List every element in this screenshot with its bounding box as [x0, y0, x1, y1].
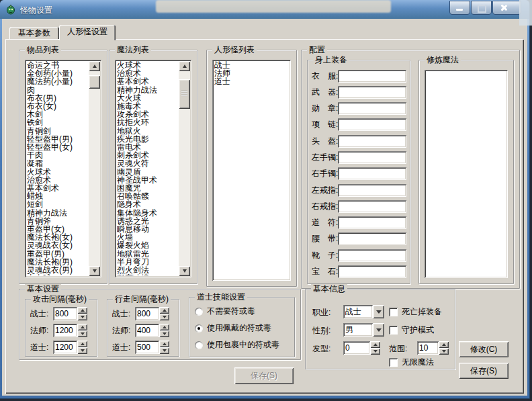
spin-down-icon[interactable] [77, 347, 87, 354]
spinner [159, 341, 169, 354]
spin-down-icon[interactable] [439, 348, 449, 355]
spinner [159, 307, 169, 320]
equipment-input[interactable] [338, 200, 406, 213]
hair-input[interactable] [343, 341, 370, 355]
list-item[interactable]: 灵魂战衣(女) [27, 241, 87, 249]
scroll-up-icon[interactable] [179, 61, 190, 71]
radio-label: 使用包裹中的符或毒 [207, 339, 279, 351]
list-item[interactable]: 隐身术 [117, 200, 177, 208]
radio-icon[interactable] [195, 341, 203, 349]
scrollbar-thumb[interactable] [179, 79, 190, 109]
scroll-up-icon[interactable] [89, 61, 100, 71]
save-button[interactable]: 保存(S) [459, 363, 508, 379]
equipment-input[interactable] [338, 118, 406, 131]
drop-equip-checkbox-row[interactable]: 死亡掉装备 [389, 306, 442, 318]
list-item[interactable]: 凝霜 [27, 159, 87, 167]
spin-down-icon[interactable] [77, 330, 87, 337]
item-list-scrollbar[interactable] [89, 61, 100, 276]
radio-option[interactable]: 使用佩戴的符或毒 [195, 322, 279, 335]
spin-down-icon[interactable] [159, 314, 169, 320]
list-item[interactable]: 青铜剑 [27, 127, 87, 135]
modify-button[interactable]: 修改(C) [459, 341, 508, 357]
checkbox-icon[interactable] [389, 326, 398, 335]
equipment-input[interactable] [338, 151, 406, 164]
list-item[interactable]: 精神力战法 [117, 86, 177, 94]
unlimited-magic-checkbox-row[interactable]: 无限魔法 [389, 357, 434, 368]
list-item[interactable]: 道士 [214, 77, 289, 85]
interval-input[interactable] [53, 307, 77, 320]
close-button[interactable] [492, 1, 521, 15]
chevron-down-icon[interactable] [373, 323, 384, 337]
interval-input[interactable] [135, 324, 159, 337]
interval-input[interactable] [53, 341, 77, 354]
list-item[interactable]: 铁剑 [27, 118, 87, 126]
spin-up-icon[interactable] [159, 307, 169, 314]
radio-option[interactable]: 使用包裹中的符或毒 [195, 339, 279, 351]
scrollbar-thumb[interactable] [89, 75, 100, 89]
magic-list-scrollbar[interactable] [179, 61, 190, 276]
minimize-button[interactable] [449, 1, 470, 15]
spin-down-icon[interactable] [159, 330, 169, 337]
gender-value[interactable] [343, 323, 373, 337]
save-bottom-button[interactable]: 保存(S) [234, 367, 294, 384]
equipment-input[interactable] [338, 265, 406, 278]
list-item[interactable]: 魔法药(小量) [27, 77, 87, 85]
interval-input[interactable] [135, 341, 159, 354]
item-listbox[interactable]: 命运之书金创药(小量)魔法药(小量)肉布衣(男)布衣(女)木剑铁剑青铜剑轻型盔甲… [25, 60, 101, 277]
training-magic-listbox[interactable] [425, 70, 508, 278]
checkbox-icon[interactable] [389, 358, 398, 367]
window-title: 怪物设置 [20, 5, 52, 16]
list-item[interactable]: 火球术 [27, 168, 87, 176]
radio-icon[interactable] [195, 308, 203, 316]
spin-up-icon[interactable] [370, 341, 380, 348]
list-item[interactable]: 抗拒火环 [117, 118, 177, 126]
interval-input[interactable] [135, 307, 159, 320]
radio-icon[interactable] [195, 324, 203, 332]
list-item[interactable]: 灵魂火符 [117, 159, 177, 167]
spin-down-icon[interactable] [370, 348, 380, 355]
monster-settings-window: 怪物设置 基本参数 人形怪设置 物品列表 命运之书金创药(小量)魔法药(小量)肉… [0, 0, 529, 398]
equipment-input[interactable] [338, 102, 406, 115]
guard-mode-checkbox-row[interactable]: 守护模式 [389, 324, 434, 336]
equipment-input[interactable] [338, 167, 406, 180]
spin-up-icon[interactable] [159, 324, 169, 330]
spin-up-icon[interactable] [77, 324, 87, 330]
tab-humanoid-settings[interactable]: 人形怪设置 [59, 25, 116, 40]
interval-input[interactable] [53, 324, 77, 337]
humanoid-listbox[interactable]: 战士法师道士 [212, 60, 291, 281]
spin-up-icon[interactable] [159, 341, 169, 347]
list-item[interactable]: 肉 [27, 86, 87, 94]
attack-interval-rows: 战士: 法师: [30, 307, 94, 357]
job-value[interactable] [343, 305, 373, 318]
list-item[interactable]: 短剑 [27, 200, 87, 208]
scroll-down-icon[interactable] [89, 266, 100, 276]
equipment-input[interactable] [338, 86, 406, 99]
spin-up-icon[interactable] [77, 341, 87, 347]
spin-up-icon[interactable] [439, 341, 449, 348]
list-item[interactable]: 基本剑术 [117, 77, 177, 85]
equipment-input[interactable] [338, 232, 406, 245]
equipment-input[interactable] [338, 216, 406, 229]
equipment-input[interactable] [338, 70, 406, 83]
range-input[interactable] [417, 341, 439, 355]
gender-combobox[interactable] [343, 323, 384, 337]
list-item[interactable]: 地狱火 [117, 127, 177, 135]
equipment-input[interactable] [338, 249, 406, 262]
maximize-button[interactable] [471, 1, 492, 15]
spin-down-icon[interactable] [159, 347, 169, 354]
list-item[interactable]: 野蛮冲撞 [117, 274, 177, 275]
tab-basic-params[interactable]: 基本参数 [9, 27, 59, 39]
list-item[interactable]: 爆裂火焰 [117, 241, 177, 249]
job-combobox[interactable] [343, 305, 384, 318]
list-item[interactable]: 幽灵盾 [117, 168, 177, 176]
radio-option[interactable]: 不需要符或毒 [195, 305, 279, 318]
checkbox-icon[interactable] [389, 308, 398, 316]
scroll-down-icon[interactable] [179, 266, 190, 276]
magic-listbox[interactable]: 火球术治愈术基本剑术精神力战法大火球施毒术攻杀剑术抗拒火环地狱火疾光电影雷电术刺… [115, 60, 191, 277]
spin-up-icon[interactable] [77, 307, 87, 314]
spin-down-icon[interactable] [77, 314, 87, 320]
equipment-input[interactable] [338, 135, 406, 148]
chevron-down-icon[interactable] [373, 305, 384, 318]
equipment-input[interactable] [338, 184, 406, 197]
walk-interval-rows: 战士: 法师: [112, 307, 176, 357]
